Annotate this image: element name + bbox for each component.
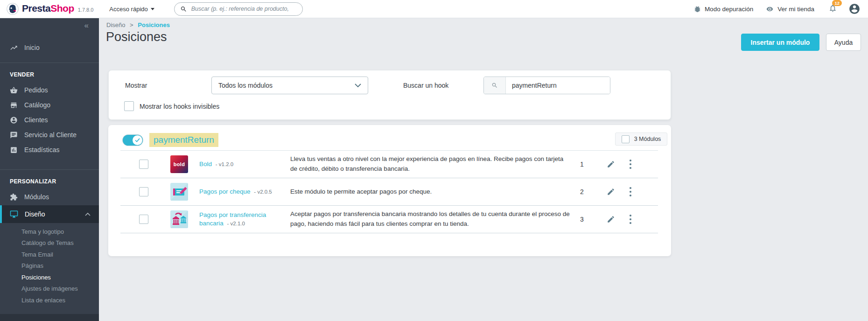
- caret-down-icon: [151, 8, 154, 10]
- help-button[interactable]: Ayuda: [826, 34, 861, 51]
- check-icon: [135, 138, 140, 142]
- show-invisible-hooks-checkbox[interactable]: [124, 101, 134, 111]
- top-bar: PrestaShop 1.7.8.0 Acceso rápido Modo de…: [0, 0, 868, 18]
- submenu-item-posiciones[interactable]: Posiciones: [0, 272, 99, 283]
- search-hook-label: Buscar un hook: [403, 82, 448, 89]
- view-shop-button[interactable]: Ver mi tienda: [765, 6, 814, 13]
- module-row-checkbox[interactable]: [139, 187, 148, 196]
- chevron-up-icon: [85, 212, 91, 216]
- module-name-link[interactable]: Bold: [199, 160, 212, 167]
- submenu-item-ajustes-de-imagenes[interactable]: Ajustes de imágenes: [0, 283, 99, 295]
- module-version: - v2.0.5: [254, 189, 272, 195]
- search-icon: [180, 6, 187, 13]
- trending-up-icon: [10, 44, 18, 52]
- kebab-menu-icon: [629, 187, 632, 197]
- module-logo: [170, 210, 188, 228]
- submenu-item-catalogo-de-temas[interactable]: Catálogo de Temas: [0, 237, 99, 249]
- pencil-icon: [607, 188, 615, 196]
- edit-module-button[interactable]: [607, 215, 615, 223]
- module-actions-menu-button[interactable]: [629, 187, 632, 197]
- module-logo-bold: bold: [170, 155, 188, 173]
- sidebar-item-estadisticas[interactable]: Estadísticas: [0, 142, 99, 157]
- hook-search-submit[interactable]: [484, 77, 506, 94]
- hook-search-input[interactable]: [506, 77, 610, 94]
- pencil-icon: [607, 160, 615, 168]
- submenu-item-lista-de-enlaces[interactable]: Lista de enlaces: [0, 294, 99, 306]
- notifications-button[interactable]: 12: [828, 4, 837, 14]
- module-actions-menu-button[interactable]: [629, 214, 632, 224]
- module-rows: bold Bold - v1.2.0 Lleva tus ventas a ot…: [120, 150, 658, 233]
- modules-select[interactable]: Todos los módulos: [211, 77, 368, 94]
- module-version: - v1.2.0: [216, 161, 233, 167]
- brand-shop: Shop: [50, 3, 74, 14]
- sidebar: « Inicio VENDER Pedidos Catálogo: [0, 18, 99, 321]
- module-row-checkbox[interactable]: [139, 215, 148, 224]
- sidebar-item-diseno[interactable]: Diseño: [0, 205, 99, 223]
- sidebar-item-catalogo[interactable]: Catálogo: [0, 98, 99, 112]
- main-content: Diseño > Posiciones Posiciones Insertar …: [99, 18, 868, 321]
- puzzle-icon: [10, 193, 18, 201]
- topbar-right-tools: Modo depuración Ver mi tienda 12: [681, 3, 861, 15]
- modules-count-badge: 3 Módulos: [615, 133, 667, 146]
- prestashop-logo[interactable]: PrestaShop 1.7.8.0: [7, 3, 93, 15]
- edit-module-button[interactable]: [607, 188, 615, 196]
- user-avatar[interactable]: [848, 3, 861, 15]
- quick-access-dropdown[interactable]: Acceso rápido: [109, 6, 154, 13]
- breadcrumb-parent[interactable]: Diseño: [106, 21, 125, 28]
- module-version: - v2.1.0: [227, 221, 245, 226]
- module-name-link[interactable]: Pagos por cheque: [199, 188, 251, 195]
- sidebar-bottom-strip: [0, 314, 99, 321]
- module-row: bold Bold - v1.2.0 Lleva tus ventas a ot…: [120, 151, 658, 178]
- submenu-item-tema-y-logotipo[interactable]: Tema y logotipo: [0, 226, 99, 237]
- pencil-icon: [607, 215, 615, 223]
- prestashop-admin-screen: PrestaShop 1.7.8.0 Acceso rápido Modo de…: [0, 0, 868, 321]
- sidebar-item-pedidos[interactable]: Pedidos: [0, 83, 99, 98]
- module-row: Pagos por cheque - v2.0.5 Este módulo te…: [120, 178, 658, 206]
- debug-mode-button[interactable]: Modo depuración: [693, 5, 753, 13]
- hook-header: paymentReturn: [123, 133, 218, 147]
- chevron-down-icon: [355, 84, 361, 88]
- global-search: [174, 2, 303, 16]
- modules-count-label: 3 Módulos: [634, 136, 661, 142]
- submenu-item-tema-email[interactable]: Tema Email: [0, 249, 99, 260]
- module-logo: [170, 183, 188, 201]
- breadcrumb-current[interactable]: Posiciones: [138, 21, 170, 28]
- sidebar-item-servicio-al-cliente[interactable]: Servicio al Cliente: [0, 127, 99, 142]
- bar-chart-icon: [10, 146, 18, 154]
- sidebar-item-inicio[interactable]: Inicio: [0, 40, 99, 55]
- module-name-cell: Pagos por cheque - v2.0.5: [199, 188, 282, 196]
- kebab-menu-icon: [629, 214, 632, 224]
- module-logo-cheque: [170, 183, 188, 201]
- module-description: Este módulo te permite aceptar pagos por…: [290, 187, 570, 197]
- monitor-icon: [10, 210, 18, 218]
- show-invisible-hooks-option: Mostrar los hooks invisibles: [124, 101, 219, 111]
- page-title: Posiciones: [106, 30, 167, 44]
- module-row-checkbox[interactable]: [139, 160, 148, 169]
- brand-presta: Presta: [22, 3, 50, 14]
- module-logo-wire-transfer: [170, 210, 188, 228]
- sidebar-collapse-button[interactable]: «: [0, 18, 99, 34]
- bug-icon: [693, 5, 701, 13]
- insert-module-button[interactable]: Insertar un módulo: [741, 34, 819, 51]
- basket-icon: [10, 86, 18, 94]
- module-logo: bold: [170, 155, 188, 173]
- sidebar-section-personalizar: PERSONALIZAR: [0, 170, 99, 189]
- sidebar-item-clientes[interactable]: Clientes: [0, 112, 99, 127]
- breadcrumb: Diseño > Posiciones: [106, 21, 170, 28]
- sidebar-section-vender: VENDER: [0, 63, 99, 83]
- module-position: 3: [570, 216, 594, 223]
- module-row: Pagos por transferencia bancaria - v2.1.…: [120, 206, 658, 233]
- module-position: 1: [570, 160, 594, 168]
- sidebar-item-modulos[interactable]: Módulos: [0, 189, 99, 204]
- edit-module-button[interactable]: [607, 160, 615, 168]
- module-name-cell: Pagos por transferencia bancaria - v2.1.…: [199, 211, 282, 227]
- hook-search-field: [483, 77, 610, 94]
- prestashop-logo-icon: [7, 3, 19, 15]
- global-search-input[interactable]: [190, 5, 297, 13]
- module-description: Lleva tus ventas a otro nivel con la mej…: [290, 154, 570, 174]
- select-all-modules-checkbox[interactable]: [622, 135, 630, 143]
- module-actions-menu-button[interactable]: [629, 159, 632, 169]
- submenu-item-paginas[interactable]: Páginas: [0, 260, 99, 272]
- chat-icon: [10, 131, 18, 139]
- hook-enabled-toggle[interactable]: [123, 135, 143, 146]
